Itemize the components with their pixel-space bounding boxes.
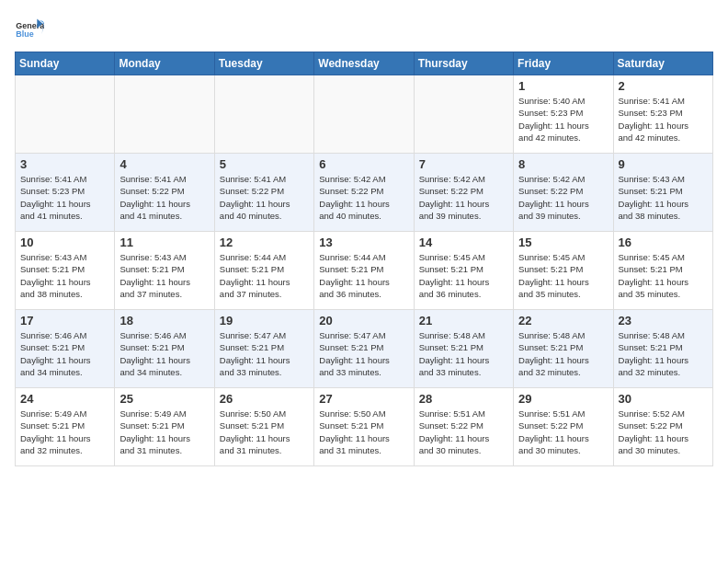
calendar-cell: 6Sunrise: 5:42 AM Sunset: 5:22 PM Daylig… bbox=[314, 154, 414, 232]
calendar-cell: 10Sunrise: 5:43 AM Sunset: 5:21 PM Dayli… bbox=[16, 232, 115, 310]
calendar-cell: 3Sunrise: 5:41 AM Sunset: 5:23 PM Daylig… bbox=[16, 154, 115, 232]
calendar-week-row: 3Sunrise: 5:41 AM Sunset: 5:23 PM Daylig… bbox=[16, 154, 713, 232]
calendar-cell: 9Sunrise: 5:43 AM Sunset: 5:21 PM Daylig… bbox=[613, 154, 712, 232]
calendar-cell: 8Sunrise: 5:42 AM Sunset: 5:22 PM Daylig… bbox=[514, 154, 613, 232]
day-number: 7 bbox=[419, 157, 508, 171]
day-number: 15 bbox=[518, 236, 608, 249]
day-number: 4 bbox=[119, 157, 209, 171]
day-info: Sunrise: 5:40 AM Sunset: 5:23 PM Dayligh… bbox=[518, 95, 608, 144]
day-number: 27 bbox=[319, 392, 408, 406]
calendar-cell: 1Sunrise: 5:40 AM Sunset: 5:23 PM Daylig… bbox=[514, 75, 613, 154]
calendar-cell: 29Sunrise: 5:51 AM Sunset: 5:22 PM Dayli… bbox=[514, 388, 613, 466]
day-info: Sunrise: 5:48 AM Sunset: 5:21 PM Dayligh… bbox=[619, 329, 708, 378]
day-number: 10 bbox=[20, 236, 109, 249]
calendar-cell: 28Sunrise: 5:51 AM Sunset: 5:22 PM Dayli… bbox=[414, 388, 513, 466]
calendar-cell: 4Sunrise: 5:41 AM Sunset: 5:22 PM Daylig… bbox=[115, 154, 214, 232]
day-info: Sunrise: 5:52 AM Sunset: 5:22 PM Dayligh… bbox=[619, 408, 708, 456]
day-number: 6 bbox=[319, 157, 408, 171]
day-info: Sunrise: 5:42 AM Sunset: 5:22 PM Dayligh… bbox=[419, 173, 508, 222]
calendar-cell: 22Sunrise: 5:48 AM Sunset: 5:21 PM Dayli… bbox=[514, 310, 613, 388]
day-number: 30 bbox=[619, 392, 708, 406]
day-number: 25 bbox=[119, 392, 209, 406]
calendar-cell: 17Sunrise: 5:46 AM Sunset: 5:21 PM Dayli… bbox=[16, 310, 115, 388]
weekday-header: Tuesday bbox=[214, 52, 313, 75]
day-info: Sunrise: 5:51 AM Sunset: 5:22 PM Dayligh… bbox=[518, 408, 608, 456]
weekday-header: Sunday bbox=[16, 52, 115, 75]
day-number: 22 bbox=[518, 314, 608, 327]
day-info: Sunrise: 5:43 AM Sunset: 5:21 PM Dayligh… bbox=[20, 251, 109, 300]
day-info: Sunrise: 5:44 AM Sunset: 5:21 PM Dayligh… bbox=[319, 251, 408, 300]
day-number: 3 bbox=[20, 157, 109, 171]
weekday-header: Saturday bbox=[613, 52, 712, 75]
day-number: 9 bbox=[619, 157, 708, 171]
day-number: 19 bbox=[220, 314, 309, 327]
day-info: Sunrise: 5:51 AM Sunset: 5:22 PM Dayligh… bbox=[419, 408, 508, 456]
calendar-cell bbox=[214, 75, 313, 154]
calendar-cell: 15Sunrise: 5:45 AM Sunset: 5:21 PM Dayli… bbox=[514, 232, 613, 310]
calendar-cell: 26Sunrise: 5:50 AM Sunset: 5:21 PM Dayli… bbox=[214, 388, 313, 466]
calendar-cell: 7Sunrise: 5:42 AM Sunset: 5:22 PM Daylig… bbox=[414, 154, 513, 232]
calendar-cell: 19Sunrise: 5:47 AM Sunset: 5:21 PM Dayli… bbox=[214, 310, 313, 388]
day-number: 14 bbox=[419, 236, 508, 249]
day-info: Sunrise: 5:48 AM Sunset: 5:21 PM Dayligh… bbox=[419, 329, 508, 378]
weekday-header: Thursday bbox=[414, 52, 513, 75]
day-info: Sunrise: 5:42 AM Sunset: 5:22 PM Dayligh… bbox=[319, 173, 408, 222]
day-number: 23 bbox=[619, 314, 708, 327]
calendar-cell bbox=[16, 75, 115, 154]
day-info: Sunrise: 5:48 AM Sunset: 5:21 PM Dayligh… bbox=[518, 329, 608, 378]
day-number: 18 bbox=[119, 314, 209, 327]
day-info: Sunrise: 5:43 AM Sunset: 5:21 PM Dayligh… bbox=[619, 173, 708, 222]
calendar-week-row: 10Sunrise: 5:43 AM Sunset: 5:21 PM Dayli… bbox=[16, 232, 713, 310]
day-info: Sunrise: 5:41 AM Sunset: 5:23 PM Dayligh… bbox=[20, 173, 109, 222]
logo: General Blue bbox=[15, 15, 48, 44]
calendar-cell: 14Sunrise: 5:45 AM Sunset: 5:21 PM Dayli… bbox=[414, 232, 513, 310]
calendar-cell: 21Sunrise: 5:48 AM Sunset: 5:21 PM Dayli… bbox=[414, 310, 513, 388]
calendar-cell: 20Sunrise: 5:47 AM Sunset: 5:21 PM Dayli… bbox=[314, 310, 414, 388]
day-info: Sunrise: 5:45 AM Sunset: 5:21 PM Dayligh… bbox=[619, 251, 708, 300]
calendar-cell: 24Sunrise: 5:49 AM Sunset: 5:21 PM Dayli… bbox=[16, 388, 115, 466]
calendar-cell bbox=[314, 75, 414, 154]
day-info: Sunrise: 5:49 AM Sunset: 5:21 PM Dayligh… bbox=[119, 408, 209, 456]
day-info: Sunrise: 5:43 AM Sunset: 5:21 PM Dayligh… bbox=[119, 251, 209, 300]
day-number: 21 bbox=[419, 314, 508, 327]
calendar-cell: 23Sunrise: 5:48 AM Sunset: 5:21 PM Dayli… bbox=[613, 310, 712, 388]
weekday-header: Monday bbox=[115, 52, 214, 75]
day-number: 11 bbox=[119, 236, 209, 249]
day-info: Sunrise: 5:41 AM Sunset: 5:23 PM Dayligh… bbox=[619, 95, 708, 144]
day-number: 29 bbox=[518, 392, 608, 406]
calendar-cell: 13Sunrise: 5:44 AM Sunset: 5:21 PM Dayli… bbox=[314, 232, 414, 310]
day-info: Sunrise: 5:42 AM Sunset: 5:22 PM Dayligh… bbox=[518, 173, 608, 222]
day-number: 12 bbox=[220, 236, 309, 249]
day-info: Sunrise: 5:41 AM Sunset: 5:22 PM Dayligh… bbox=[220, 173, 309, 222]
calendar-table: SundayMondayTuesdayWednesdayThursdayFrid… bbox=[15, 52, 713, 466]
day-number: 24 bbox=[20, 392, 109, 406]
day-info: Sunrise: 5:41 AM Sunset: 5:22 PM Dayligh… bbox=[119, 173, 209, 222]
day-info: Sunrise: 5:50 AM Sunset: 5:21 PM Dayligh… bbox=[319, 408, 408, 456]
day-number: 16 bbox=[619, 236, 708, 249]
day-number: 26 bbox=[220, 392, 309, 406]
calendar-cell: 25Sunrise: 5:49 AM Sunset: 5:21 PM Dayli… bbox=[115, 388, 214, 466]
day-info: Sunrise: 5:46 AM Sunset: 5:21 PM Dayligh… bbox=[20, 329, 109, 378]
calendar-cell bbox=[115, 75, 214, 154]
calendar-cell: 12Sunrise: 5:44 AM Sunset: 5:21 PM Dayli… bbox=[214, 232, 313, 310]
calendar-cell: 11Sunrise: 5:43 AM Sunset: 5:21 PM Dayli… bbox=[115, 232, 214, 310]
day-number: 13 bbox=[319, 236, 408, 249]
calendar-cell: 5Sunrise: 5:41 AM Sunset: 5:22 PM Daylig… bbox=[214, 154, 313, 232]
header-row: SundayMondayTuesdayWednesdayThursdayFrid… bbox=[16, 52, 713, 75]
weekday-header: Wednesday bbox=[314, 52, 414, 75]
calendar-cell: 16Sunrise: 5:45 AM Sunset: 5:21 PM Dayli… bbox=[613, 232, 712, 310]
day-number: 2 bbox=[619, 79, 708, 93]
calendar-cell: 2Sunrise: 5:41 AM Sunset: 5:23 PM Daylig… bbox=[613, 75, 712, 154]
header: General Blue bbox=[15, 15, 713, 44]
day-number: 17 bbox=[20, 314, 109, 327]
logo-icon: General Blue bbox=[15, 15, 44, 44]
day-info: Sunrise: 5:44 AM Sunset: 5:21 PM Dayligh… bbox=[220, 251, 309, 300]
calendar-week-row: 17Sunrise: 5:46 AM Sunset: 5:21 PM Dayli… bbox=[16, 310, 713, 388]
day-info: Sunrise: 5:50 AM Sunset: 5:21 PM Dayligh… bbox=[220, 408, 309, 456]
day-number: 8 bbox=[518, 157, 608, 171]
day-number: 20 bbox=[319, 314, 408, 327]
calendar-week-row: 24Sunrise: 5:49 AM Sunset: 5:21 PM Dayli… bbox=[16, 388, 713, 466]
calendar-cell: 30Sunrise: 5:52 AM Sunset: 5:22 PM Dayli… bbox=[613, 388, 712, 466]
day-info: Sunrise: 5:47 AM Sunset: 5:21 PM Dayligh… bbox=[319, 329, 408, 378]
svg-text:Blue: Blue bbox=[16, 29, 33, 39]
